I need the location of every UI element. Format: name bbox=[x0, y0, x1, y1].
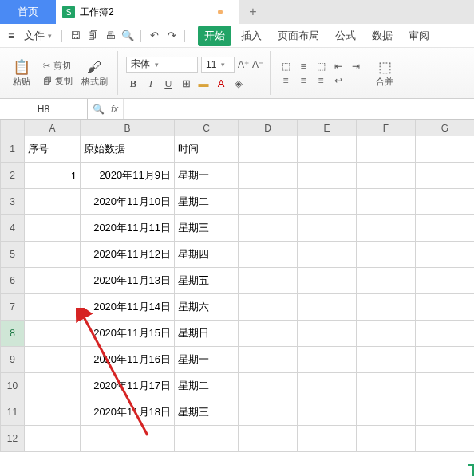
cell-D10[interactable] bbox=[239, 373, 298, 399]
cell-C11[interactable]: 星期三 bbox=[175, 399, 239, 426]
cell-C4[interactable]: 星期三 bbox=[175, 215, 239, 242]
cell-F1[interactable] bbox=[357, 136, 416, 163]
new-tab-button[interactable]: + bbox=[239, 0, 267, 24]
row-header-7[interactable]: 7 bbox=[1, 294, 25, 321]
cell-B11[interactable]: 2020年11月18日 bbox=[81, 399, 175, 426]
cell-F5[interactable] bbox=[357, 242, 416, 268]
cell-F12[interactable] bbox=[357, 426, 416, 452]
cell-D6[interactable] bbox=[239, 268, 298, 294]
font-name-select[interactable]: 宋体▾ bbox=[126, 57, 198, 73]
cell-G7[interactable] bbox=[416, 294, 475, 321]
cell-A11[interactable] bbox=[25, 399, 81, 426]
cell-C9[interactable]: 星期一 bbox=[175, 347, 239, 373]
indent-decrease-icon[interactable]: ⇤ bbox=[331, 61, 346, 72]
redo-icon[interactable]: ↷ bbox=[164, 30, 180, 41]
font-color-button[interactable]: A bbox=[214, 77, 228, 90]
col-header-D[interactable]: D bbox=[239, 120, 298, 136]
cell-E8[interactable] bbox=[298, 321, 357, 347]
indent-increase-icon[interactable]: ⇥ bbox=[349, 61, 363, 72]
cell-E2[interactable] bbox=[298, 163, 357, 189]
cell-E1[interactable] bbox=[298, 136, 357, 163]
cell-D3[interactable] bbox=[239, 189, 298, 215]
cell-B5[interactable]: 2020年11月12日 bbox=[81, 242, 175, 268]
file-menu-button[interactable]: 文件 ▾ bbox=[19, 29, 57, 43]
col-header-G[interactable]: G bbox=[416, 120, 475, 136]
cell-G8[interactable] bbox=[416, 321, 475, 347]
row-header-3[interactable]: 3 bbox=[1, 189, 25, 215]
cell-D5[interactable] bbox=[239, 242, 298, 268]
tab-insert[interactable]: 插入 bbox=[235, 26, 268, 46]
row-header-8[interactable]: 8 bbox=[1, 321, 25, 347]
cell-C8[interactable]: 星期日 bbox=[175, 321, 239, 347]
cell-C7[interactable]: 星期六 bbox=[175, 294, 239, 321]
cell-G4[interactable] bbox=[416, 215, 475, 242]
preview-icon[interactable]: 🔍 bbox=[120, 30, 136, 41]
cell-F7[interactable] bbox=[357, 294, 416, 321]
cell-A5[interactable] bbox=[25, 242, 81, 268]
col-header-C[interactable]: C bbox=[175, 120, 239, 136]
cell-G1[interactable] bbox=[416, 136, 475, 163]
increase-font-icon[interactable]: A⁺ bbox=[238, 59, 249, 70]
copy-button[interactable]: 🗐复制 bbox=[43, 75, 73, 87]
cell-G5[interactable] bbox=[416, 242, 475, 268]
cell-D12[interactable] bbox=[239, 426, 298, 452]
cell-B4[interactable]: 2020年11月11日 bbox=[81, 215, 175, 242]
cell-G9[interactable] bbox=[416, 347, 475, 373]
cell-A1[interactable]: 序号 bbox=[25, 136, 81, 163]
cell-B3[interactable]: 2020年11月10日 bbox=[81, 189, 175, 215]
fx-icon[interactable]: fx bbox=[111, 104, 118, 115]
print-icon[interactable]: 🖶 bbox=[102, 30, 118, 41]
cell-D7[interactable] bbox=[239, 294, 298, 321]
cell-D1[interactable] bbox=[239, 136, 298, 163]
cell-B6[interactable]: 2020年11月13日 bbox=[81, 268, 175, 294]
cell-B9[interactable]: 2020年11月16日 bbox=[81, 347, 175, 373]
col-header-E[interactable]: E bbox=[298, 120, 357, 136]
cell-F9[interactable] bbox=[357, 347, 416, 373]
cell-G10[interactable] bbox=[416, 373, 475, 399]
italic-button[interactable]: I bbox=[144, 77, 158, 90]
merge-button[interactable]: ⬚ 合并 bbox=[368, 58, 401, 88]
cut-button[interactable]: ✂剪切 bbox=[43, 60, 73, 72]
cell-A4[interactable] bbox=[25, 215, 81, 242]
cell-E4[interactable] bbox=[298, 215, 357, 242]
workbook-tab[interactable]: S 工作簿2 bbox=[56, 0, 239, 24]
tab-start[interactable]: 开始 bbox=[198, 26, 231, 46]
wrap-text-icon[interactable]: ↩ bbox=[331, 75, 346, 86]
cell-G6[interactable] bbox=[416, 268, 475, 294]
cell-B10[interactable]: 2020年11月17日 bbox=[81, 373, 175, 399]
cell-D11[interactable] bbox=[239, 399, 298, 426]
cell-C2[interactable]: 星期一 bbox=[175, 163, 239, 189]
cell-B8[interactable]: 2020年11月15日 bbox=[81, 321, 175, 347]
fill-color-button[interactable]: ▬ bbox=[196, 77, 211, 90]
name-box[interactable]: H8 bbox=[0, 99, 88, 119]
tab-formula[interactable]: 公式 bbox=[329, 26, 362, 46]
cell-E5[interactable] bbox=[298, 242, 357, 268]
cell-F3[interactable] bbox=[357, 189, 416, 215]
cell-C12[interactable] bbox=[175, 426, 239, 452]
row-header-12[interactable]: 12 bbox=[1, 426, 25, 452]
border-button[interactable]: ⊞ bbox=[179, 77, 193, 90]
cell-D9[interactable] bbox=[239, 347, 298, 373]
align-middle-icon[interactable]: ≡ bbox=[296, 61, 310, 72]
format-painter-button[interactable]: 🖌 格式刷 bbox=[77, 58, 111, 88]
cell-D4[interactable] bbox=[239, 215, 298, 242]
cell-B7[interactable]: 2020年11月14日 bbox=[81, 294, 175, 321]
save-icon[interactable]: 🖫 bbox=[67, 30, 83, 41]
row-header-11[interactable]: 11 bbox=[1, 399, 25, 426]
row-header-4[interactable]: 4 bbox=[1, 215, 25, 242]
align-bottom-icon[interactable]: ⬚ bbox=[314, 61, 328, 72]
cell-A6[interactable] bbox=[25, 268, 81, 294]
cell-E9[interactable] bbox=[298, 347, 357, 373]
cell-F11[interactable] bbox=[357, 399, 416, 426]
cell-A7[interactable] bbox=[25, 294, 81, 321]
search-icon[interactable]: 🔍 bbox=[93, 104, 105, 115]
cell-A9[interactable] bbox=[25, 347, 81, 373]
home-tab[interactable]: 首页 bbox=[0, 0, 56, 24]
hamburger-icon[interactable]: ≡ bbox=[5, 30, 18, 42]
row-header-1[interactable]: 1 bbox=[1, 136, 25, 163]
select-all-corner[interactable] bbox=[1, 120, 25, 136]
cell-E6[interactable] bbox=[298, 268, 357, 294]
cell-B2[interactable]: 2020年11月9日 bbox=[81, 163, 175, 189]
cell-E3[interactable] bbox=[298, 189, 357, 215]
spreadsheet-grid[interactable]: ABCDEFG1序号原始数据时间212020年11月9日星期一32020年11月… bbox=[0, 120, 474, 452]
